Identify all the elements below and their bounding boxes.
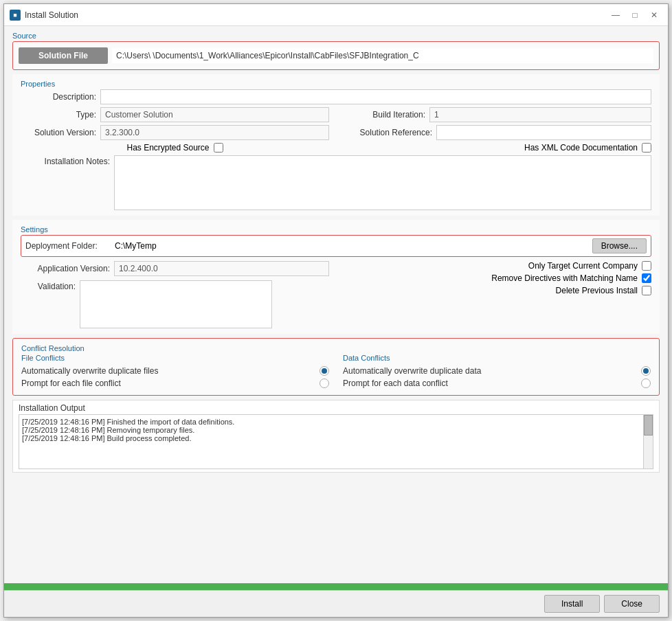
browse-button[interactable]: Browse....	[592, 238, 647, 253]
prompt-data-radio[interactable]	[641, 379, 651, 388]
conflict-resolution-section: Conflict Resolution File Conflicts Autom…	[12, 338, 660, 396]
installation-notes-row: Installation Notes:	[21, 155, 651, 210]
type-row: Type: Customer Solution	[21, 107, 329, 122]
validation-label: Validation:	[21, 280, 76, 291]
maximize-button[interactable]: □	[627, 8, 643, 22]
scrollbar-thumb[interactable]	[644, 415, 653, 436]
settings-grid: Application Version: Validation: Only Ta…	[21, 261, 651, 328]
type-build-grid: Type: Customer Solution Build Iteration:	[21, 107, 651, 122]
app-version-label: Application Version:	[21, 264, 110, 273]
remove-directives-label: Remove Directives with Matching Name	[491, 273, 638, 283]
source-row: Solution File C:\Users\ \Documents\1_Wor…	[19, 47, 653, 64]
only-target-label: Only Target Current Company	[528, 261, 638, 271]
main-window: ■ Install Solution — □ ✕ Source Solution…	[3, 3, 669, 618]
prompt-file-radio[interactable]	[320, 379, 329, 388]
installation-notes-label: Installation Notes:	[21, 155, 110, 166]
version-ref-grid: Solution Version: Solution Reference:	[21, 125, 651, 140]
install-button[interactable]: Install	[544, 595, 600, 613]
prompt-data-label: Prompt for each data conflict	[343, 379, 448, 388]
settings-left: Application Version: Validation:	[21, 261, 329, 328]
type-label: Type:	[21, 110, 96, 120]
settings-section: Settings Deployment Folder: Browse.... A…	[12, 220, 660, 334]
app-icon: ■	[10, 10, 21, 21]
solution-version-input	[100, 125, 329, 140]
progress-bar-container	[4, 583, 668, 590]
solution-reference-label: Solution Reference:	[343, 128, 432, 137]
auto-overwrite-data-radio[interactable]	[641, 366, 651, 376]
solution-file-button[interactable]: Solution File	[19, 47, 108, 64]
solution-version-row: Solution Version:	[21, 125, 329, 140]
remove-directives-row: Remove Directives with Matching Name	[491, 273, 651, 283]
checkboxes-row: Has Encrypted Source Has XML Code Docume…	[21, 143, 651, 153]
has-xml-label: Has XML Code Documentation	[524, 143, 638, 153]
properties-label: Properties	[21, 80, 651, 88]
build-iteration-label: Build Iteration:	[343, 110, 425, 120]
solution-reference-row: Solution Reference:	[343, 125, 651, 140]
has-xml-row: Has XML Code Documentation	[343, 143, 651, 153]
validation-textarea[interactable]	[80, 280, 272, 328]
prompt-data-row: Prompt for each data conflict	[343, 377, 651, 389]
has-encrypted-checkbox[interactable]	[214, 143, 223, 153]
app-version-input	[114, 261, 329, 276]
progress-bar-fill	[4, 583, 668, 590]
auto-overwrite-data-label: Automatically overwrite duplicate data	[343, 366, 481, 376]
only-target-checkbox[interactable]	[642, 261, 651, 271]
log-line-1: [7/25/2019 12:48:16 PM] Finished the imp…	[22, 418, 650, 426]
auto-overwrite-files-label: Automatically overwrite duplicate files	[21, 366, 158, 376]
description-row: Description:	[21, 89, 651, 104]
properties-section: Properties Description: Type: Customer S…	[12, 74, 660, 216]
log-line-2: [7/25/2019 12:48:16 PM] Removing tempora…	[22, 426, 650, 434]
type-input	[100, 107, 329, 122]
installation-notes-textarea[interactable]	[114, 155, 651, 210]
remove-directives-checkbox[interactable]	[642, 273, 651, 283]
deployment-folder-input[interactable]	[112, 240, 588, 252]
output-label: Installation Output	[13, 400, 659, 414]
log-line-3: [7/25/2019 12:48:16 PM] Build process co…	[22, 434, 650, 442]
file-conflicts-col: File Conflicts Automatically overwrite d…	[21, 354, 329, 389]
app-version-row: Application Version:	[21, 261, 329, 276]
deployment-row: Deployment Folder: Browse....	[21, 235, 651, 257]
data-conflicts-col: Data Conflicts Automatically overwrite d…	[343, 354, 651, 389]
description-input[interactable]	[100, 89, 651, 104]
source-section: Source Solution File C:\Users\ \Document…	[12, 32, 660, 70]
output-section: Installation Output [7/25/2019 12:48:16 …	[12, 400, 660, 473]
delete-previous-row: Delete Previous Install	[556, 286, 651, 295]
prompt-file-label: Prompt for each file conflict	[21, 379, 121, 388]
window-title: Install Solution	[25, 10, 607, 20]
footer: Install Close	[4, 590, 668, 617]
settings-label: Settings	[21, 225, 651, 234]
minimize-button[interactable]: —	[607, 8, 624, 22]
has-encrypted-label: Has Encrypted Source	[126, 143, 209, 153]
deployment-folder-label: Deployment Folder:	[25, 241, 108, 251]
build-iteration-input	[429, 107, 651, 122]
solution-reference-input[interactable]	[436, 125, 651, 140]
auto-overwrite-files-row: Automatically overwrite duplicate files	[21, 365, 329, 377]
source-label: Source	[12, 32, 660, 40]
window-controls: — □ ✕	[607, 8, 662, 22]
has-xml-checkbox[interactable]	[642, 143, 651, 153]
build-iteration-row: Build Iteration:	[343, 107, 651, 122]
title-bar: ■ Install Solution — □ ✕	[4, 4, 668, 26]
close-window-button[interactable]: ✕	[646, 8, 662, 22]
main-content: Source Solution File C:\Users\ \Document…	[4, 26, 668, 580]
file-conflicts-title: File Conflicts	[21, 354, 329, 362]
only-target-row: Only Target Current Company	[528, 261, 651, 271]
validation-row: Validation:	[21, 280, 329, 328]
conflict-grid: File Conflicts Automatically overwrite d…	[21, 354, 651, 389]
file-path-display: C:\Users\ \Documents\1_Work\Alliances\Ep…	[112, 48, 653, 63]
conflict-resolution-label: Conflict Resolution	[21, 344, 651, 352]
source-bordered: Solution File C:\Users\ \Documents\1_Wor…	[12, 41, 660, 70]
has-encrypted-row: Has Encrypted Source	[21, 143, 329, 153]
solution-version-label: Solution Version:	[21, 128, 96, 137]
output-log[interactable]: [7/25/2019 12:48:16 PM] Finished the imp…	[19, 414, 653, 469]
output-scrollbar[interactable]	[643, 415, 653, 468]
settings-right: Only Target Current Company Remove Direc…	[343, 261, 651, 328]
prompt-file-row: Prompt for each file conflict	[21, 377, 329, 389]
auto-overwrite-data-row: Automatically overwrite duplicate data	[343, 365, 651, 377]
data-conflicts-title: Data Conflicts	[343, 354, 651, 362]
description-label: Description:	[21, 92, 96, 102]
delete-previous-checkbox[interactable]	[642, 286, 651, 295]
auto-overwrite-files-radio[interactable]	[320, 366, 329, 376]
delete-previous-label: Delete Previous Install	[556, 286, 638, 295]
close-button[interactable]: Close	[604, 595, 660, 613]
